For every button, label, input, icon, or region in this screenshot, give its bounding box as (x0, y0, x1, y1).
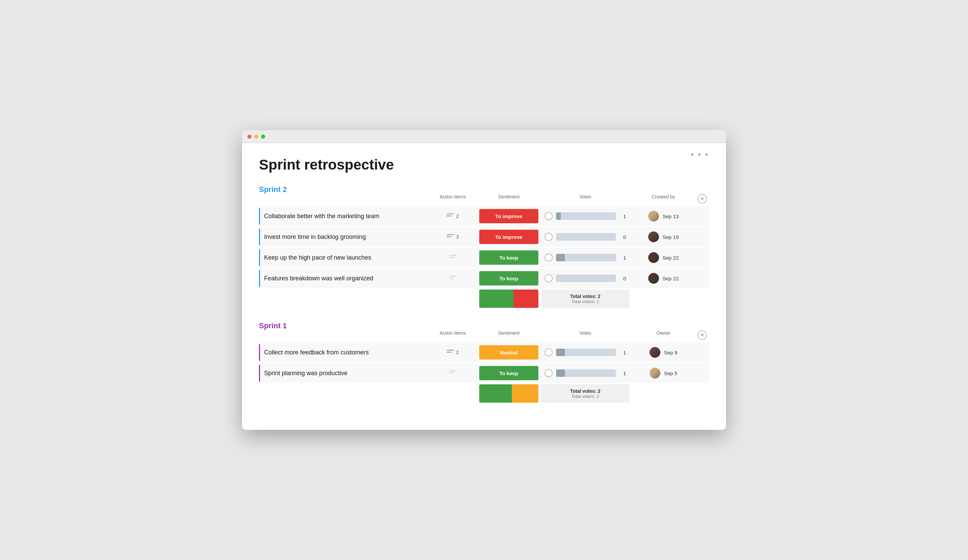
vote-bar-4 (556, 275, 616, 282)
s1-item-text-2: Sprint planning was productive (259, 365, 429, 382)
sprint1-summary: Total votes: 2 Total voters: 2 (259, 384, 709, 403)
item-text-2: Invest more time in backlog grooming (259, 229, 429, 245)
add-item-button-sprint1[interactable]: + (698, 330, 707, 340)
sprint1-total-votes: Total votes: 2 (570, 388, 600, 394)
date-2: Sep 19 (663, 234, 679, 240)
sentiment-badge-1[interactable]: To improve (479, 209, 539, 223)
sprint2-bar-green (479, 290, 514, 308)
vote-bar-2 (556, 233, 616, 240)
s1-summary-empty-1 (259, 384, 429, 403)
vote-circle-2[interactable] (545, 233, 553, 241)
action-count-1[interactable]: 2 (429, 214, 477, 219)
summary-empty-2 (429, 290, 477, 308)
created-cell-1: Sep 13 (630, 211, 698, 222)
col-header-sentiment-1: Sentiment (477, 194, 541, 204)
col-header-empty (259, 194, 429, 204)
s1-item-text-1: Collect more feedback from customers (259, 344, 429, 361)
date-3: Sep 22 (663, 255, 679, 261)
vote-bar-3 (556, 254, 616, 261)
app-window: Sprint retrospective • • • Sprint 2 Acti… (242, 130, 726, 430)
action-items-icon-1 (447, 214, 454, 219)
main-content: Sprint retrospective • • • Sprint 2 Acti… (242, 143, 726, 430)
s1-sentiment-badge-2[interactable]: To keep (479, 366, 539, 380)
avatar-1 (648, 211, 659, 222)
col-header-action-items-1: Action Items (429, 194, 477, 204)
vote-circle-1[interactable] (545, 212, 553, 220)
s1-vote-circle-1[interactable] (545, 348, 553, 356)
sprint1-bar-green (479, 384, 512, 403)
s1-vote-bar-fill-2 (556, 369, 565, 377)
avatar-4 (648, 273, 659, 284)
s1-created-cell-1: Sep 9 (630, 347, 698, 358)
s1-action-count-1[interactable]: 2 (429, 350, 477, 355)
created-cell-4: Sep 22 (630, 273, 698, 284)
sprint1-summary-votes: Total votes: 2 Total voters: 2 (541, 384, 630, 403)
sprint2-summary: Total votes: 2 Total voters: 1 (259, 290, 709, 308)
summary-empty-1 (259, 290, 429, 308)
sprint1-row-1: Collect more feedback from customers 2 N… (259, 343, 709, 362)
action-count-3 (429, 255, 477, 260)
s1-votes-cell-1: 1 (541, 348, 630, 356)
sprint2-summary-votes: Total votes: 2 Total voters: 1 (541, 290, 630, 308)
sprint2-row-4: Features breakdown was well organized To… (259, 268, 709, 288)
maximize-button[interactable] (261, 134, 265, 139)
col-header-created-1: Created by (630, 194, 698, 204)
sprint2-summary-bar (479, 290, 539, 308)
votes-cell-2: 0 (541, 233, 630, 241)
s1-sentiment-badge-1[interactable]: Neutral (479, 345, 539, 360)
avatar-img-4 (648, 273, 659, 284)
avatar-img-2 (648, 231, 659, 242)
vote-bar-1 (556, 212, 616, 220)
sprint1-total-voters: Total voters: 2 (572, 394, 599, 399)
action-items-icon-2 (447, 234, 454, 240)
s1-avatar-1 (650, 347, 660, 358)
sprint2-title: Sprint 2 (259, 185, 287, 194)
sprint1-section: Sprint 1 Action Items Sentiment Votes Ow… (259, 321, 709, 403)
sprint1-title: Sprint 1 (259, 321, 287, 330)
vote-count-4: 0 (619, 275, 626, 282)
avatar-img-1 (648, 211, 659, 222)
sprint2-bar-red (514, 290, 539, 308)
vote-bar-fill-1 (556, 212, 561, 220)
avatar-3 (648, 252, 659, 263)
s1-vote-count-1: 1 (619, 350, 626, 355)
more-options-icon[interactable]: • • • (691, 150, 709, 159)
s1-votes-cell-2: 1 (541, 369, 630, 377)
action-count-2[interactable]: 3 (429, 234, 477, 240)
s1-summary-empty-2 (429, 384, 477, 403)
col-header-action-items-s1: Action Items (429, 330, 477, 340)
close-button[interactable] (247, 134, 252, 139)
s1-date-2: Sep 5 (664, 370, 677, 376)
item-text-3: Keep up the high pace of new launches (259, 249, 429, 266)
vote-bar-fill-3 (556, 254, 565, 261)
add-item-button-sprint2[interactable]: + (698, 194, 707, 204)
vote-circle-4[interactable] (545, 274, 553, 282)
minimize-button[interactable] (254, 134, 258, 139)
s1-vote-circle-2[interactable] (545, 369, 553, 377)
action-items-icon-3 (449, 255, 456, 260)
vote-circle-3[interactable] (545, 253, 553, 262)
s1-date-1: Sep 9 (664, 350, 677, 355)
item-text-4: Features breakdown was well organized (259, 270, 429, 287)
created-cell-2: Sep 19 (630, 231, 698, 242)
sprint1-bar-orange (512, 384, 539, 403)
action-items-icon-4 (449, 275, 456, 281)
sentiment-badge-3[interactable]: To keep (479, 250, 539, 265)
col-header-sentiment-s1: Sentiment (477, 330, 541, 340)
sentiment-badge-4[interactable]: To keep (479, 271, 539, 285)
votes-cell-3: 1 (541, 253, 630, 262)
sprint2-table-header: Action Items Sentiment Votes Created by … (259, 194, 709, 206)
vote-count-3: 1 (619, 255, 626, 261)
s1-vote-bar-fill-1 (556, 349, 565, 356)
s1-avatar-img-2 (650, 368, 660, 379)
avatar-img-3 (648, 252, 659, 263)
votes-cell-1: 1 (541, 212, 630, 220)
avatar-2 (648, 231, 659, 242)
s1-vote-bar-1 (556, 349, 616, 356)
vote-count-2: 0 (619, 234, 626, 240)
sprint2-row-3: Keep up the high pace of new launches To… (259, 248, 709, 267)
date-4: Sep 22 (663, 275, 679, 282)
sprint2-section: Sprint 2 Action Items Sentiment Votes Cr… (259, 185, 709, 308)
sentiment-badge-2[interactable]: To improve (479, 230, 539, 244)
sprint1-row-2: Sprint planning was productive To keep 1 (259, 363, 709, 383)
